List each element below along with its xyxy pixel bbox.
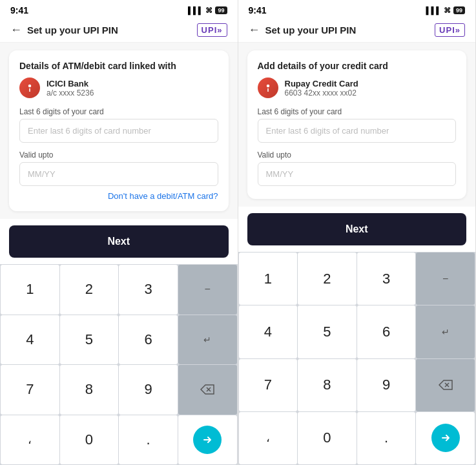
key-4b[interactable]: 4 — [239, 305, 298, 358]
key-6[interactable]: 6 — [119, 315, 178, 365]
key-1[interactable]: 1 — [1, 265, 59, 315]
svg-point-4 — [266, 85, 269, 88]
card-header-text-1: Details of ATM/debit card linked with — [19, 61, 218, 71]
key-2b[interactable]: 2 — [298, 253, 357, 305]
key-comma-1[interactable]: ، — [1, 415, 59, 465]
header-2: ← Set up your UPI PIN UPI» — [238, 18, 476, 43]
card-container-2: Add details of your credit card Rupay Cr… — [247, 50, 467, 199]
status-bar-1: 9:41 ▌▌▌ ⌘ 99 — [0, 0, 238, 18]
page-title-2: Set up your UPI PIN — [265, 25, 357, 36]
last6-label-2: Last 6 digits of your card — [258, 107, 457, 116]
key-2[interactable]: 2 — [60, 265, 119, 315]
key-0[interactable]: 0 — [60, 415, 119, 465]
last6-input-1[interactable] — [19, 119, 218, 143]
key-enter-2[interactable]: ↵ — [416, 305, 475, 358]
next-button-1[interactable]: Next — [9, 225, 229, 258]
status-icons-2: ▌▌▌ ⌘ 99 — [426, 6, 465, 15]
key-minus-1[interactable]: − — [178, 265, 237, 315]
key-3[interactable]: 3 — [119, 265, 178, 315]
battery-icon-2: 99 — [453, 6, 465, 14]
wifi-icon-2: ⌘ — [444, 6, 451, 15]
key-dot-1[interactable]: . — [119, 415, 178, 465]
key-enter-1[interactable]: ↵ — [178, 315, 237, 365]
svg-rect-5 — [267, 88, 269, 92]
key-5b[interactable]: 5 — [298, 305, 357, 358]
svg-point-0 — [28, 85, 32, 88]
card-area-1: Details of ATM/debit card linked with IC… — [0, 43, 238, 219]
key-7[interactable]: 7 — [1, 365, 59, 415]
key-0b[interactable]: 0 — [298, 412, 357, 464]
key-6b[interactable]: 6 — [357, 305, 416, 358]
key-comma-2[interactable]: ، — [239, 412, 298, 464]
key-7b[interactable]: 7 — [239, 359, 298, 411]
valid-label-2: Valid upto — [258, 150, 457, 160]
header-left-2: ← Set up your UPI PIN — [249, 23, 357, 37]
keyboard-2: 1 2 3 − 4 5 6 ↵ 7 8 9 ، 0 . — [238, 252, 476, 465]
key-4[interactable]: 4 — [1, 315, 59, 365]
bank-details-2: Rupay Credit Card 6603 42xx xxxx xx02 — [285, 79, 358, 98]
wifi-icon-1: ⌘ — [205, 6, 212, 15]
battery-icon-1: 99 — [215, 6, 227, 14]
signal-icon-1: ▌▌▌ — [188, 6, 203, 14]
next-button-2[interactable]: Next — [247, 213, 467, 245]
valid-input-1[interactable] — [19, 162, 218, 186]
key-dot-2[interactable]: . — [357, 412, 416, 464]
last6-input-2[interactable] — [258, 119, 457, 143]
bank-logo-1 — [19, 78, 40, 98]
upi-logo-2: UPI» — [435, 23, 465, 37]
bank-name-2: Rupay Credit Card — [285, 79, 358, 88]
status-bar-2: 9:41 ▌▌▌ ⌘ 99 — [238, 0, 476, 18]
bank-info-1: ICICI Bank a/c xxxx 5236 — [19, 78, 218, 98]
keyboard-1: 1 2 3 − 4 5 6 ↵ 7 8 9 ، 0 . — [0, 264, 238, 465]
valid-label-1: Valid upto — [19, 150, 218, 160]
bank-logo-2 — [258, 78, 278, 98]
header-1: ← Set up your UPI PIN UPI» — [0, 18, 238, 43]
card-header-text-2: Add details of your credit card — [258, 61, 457, 71]
key-minus-2[interactable]: − — [416, 253, 475, 305]
key-5[interactable]: 5 — [60, 315, 119, 365]
status-time-2: 9:41 — [249, 5, 267, 16]
key-1b[interactable]: 1 — [239, 253, 298, 305]
key-8[interactable]: 8 — [60, 365, 119, 415]
page-title-1: Set up your UPI PIN — [27, 25, 118, 36]
bank-account-1: a/c xxxx 5236 — [47, 88, 94, 98]
key-9[interactable]: 9 — [119, 365, 178, 415]
valid-input-2[interactable] — [258, 162, 457, 186]
back-button-2[interactable]: ← — [249, 23, 260, 37]
key-delete-1[interactable] — [178, 365, 237, 415]
key-go-1[interactable] — [178, 415, 237, 465]
bank-name-1: ICICI Bank — [47, 79, 94, 88]
status-time-1: 9:41 — [10, 5, 28, 16]
key-9b[interactable]: 9 — [357, 359, 416, 411]
svg-rect-1 — [29, 88, 30, 92]
bank-details-1: ICICI Bank a/c xxxx 5236 — [47, 79, 94, 98]
header-left-1: ← Set up your UPI PIN — [10, 23, 118, 37]
bank-account-2: 6603 42xx xxxx xx02 — [285, 88, 358, 98]
key-delete-2[interactable] — [416, 359, 475, 411]
key-go-2[interactable] — [416, 412, 475, 464]
back-button-1[interactable]: ← — [10, 23, 22, 37]
key-8b[interactable]: 8 — [298, 359, 357, 411]
card-container-1: Details of ATM/debit card linked with IC… — [9, 50, 229, 211]
screen-credit: 9:41 ▌▌▌ ⌘ 99 ← Set up your UPI PIN UPI»… — [238, 0, 477, 465]
upi-logo-1: UPI» — [197, 23, 227, 37]
go-btn-2[interactable] — [431, 424, 460, 452]
signal-icon-2: ▌▌▌ — [426, 6, 441, 14]
bank-info-2: Rupay Credit Card 6603 42xx xxxx xx02 — [258, 78, 457, 98]
go-btn-1[interactable] — [193, 426, 222, 454]
screen-debit: 9:41 ▌▌▌ ⌘ 99 ← Set up your UPI PIN UPI»… — [0, 0, 238, 465]
dont-have-link-1[interactable]: Don't have a debit/ATM card? — [19, 191, 218, 201]
status-icons-1: ▌▌▌ ⌘ 99 — [188, 6, 227, 15]
last6-label-1: Last 6 digits of your card — [19, 107, 218, 116]
card-area-2: Add details of your credit card Rupay Cr… — [238, 43, 476, 207]
key-3b[interactable]: 3 — [357, 253, 416, 305]
